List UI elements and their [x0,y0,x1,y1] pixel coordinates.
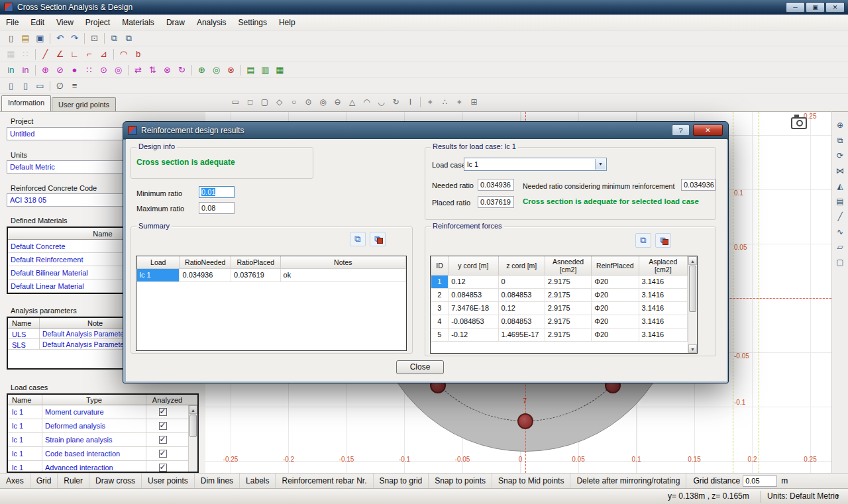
forces-scrollbar[interactable]: ▲ ▼ [688,256,697,353]
target-point-icon[interactable]: ⌖ [452,95,466,109]
scroll-thumb[interactable] [189,415,197,437]
export-report-icon[interactable]: ▦ [273,64,287,77]
clear-section-icon[interactable]: ∅ [53,79,67,93]
maximize-button[interactable]: ▣ [806,2,825,13]
redo-icon[interactable]: ↷ [68,32,81,45]
export-dxf-icon[interactable]: ▤ [244,64,258,77]
insert-node-icon[interactable]: in [4,64,18,77]
draw-ellipse-icon[interactable]: ⊖ [331,95,344,109]
move-points-icon[interactable]: ⊞ [467,95,481,109]
chevron-down-icon[interactable]: ▾ [836,493,839,499]
draw-bspline-icon[interactable]: b [131,48,145,61]
draw-circle-icon[interactable]: ○ [287,95,301,109]
load-cases-scrollbar[interactable]: ▲ ▼ [188,405,197,473]
load-case-row[interactable]: lc 1Advanced interaction [8,461,197,473]
draw-rectangle-icon[interactable]: ▭ [229,95,242,109]
rebar-multiple-icon[interactable]: ∷ [82,64,96,77]
tab-user-grid-points[interactable]: User grid points [52,97,116,111]
close-button[interactable]: ✕ [825,2,845,13]
load-case-row[interactable]: lc 1Deformed analysis [8,419,197,433]
add-points-icon[interactable]: ∴ [438,95,452,109]
menu-view[interactable]: View [50,15,80,30]
table-row[interactable]: 10.1202.9175Φ203.1416 [431,275,688,288]
chevron-down-icon[interactable]: ▼ [595,159,606,170]
load-case-row[interactable]: lc 1Strain plane analysis [8,433,197,447]
menu-help[interactable]: Help [273,15,301,30]
screen-icon[interactable]: ▢ [833,256,847,268]
load-case-dropdown[interactable]: lc 1 ▼ [464,158,607,171]
copy-forces-table-icon[interactable]: ⧉ [635,233,651,248]
open-file-icon[interactable]: ▤ [19,32,32,45]
draw-triangle-icon[interactable]: △ [345,95,359,109]
load-cases-header-analyzed[interactable]: Analyzed [146,395,188,405]
delete-icon[interactable]: ▤ [833,195,847,207]
needed-ratio-min-reinf-value[interactable]: 0.034936 [681,179,716,191]
rebar-rotate-icon[interactable]: ↻ [175,64,189,77]
save-icon[interactable]: ▣ [33,32,47,45]
analyzed-checkbox[interactable] [159,464,167,472]
draw-angle-icon[interactable]: ⊿ [97,48,111,61]
menu-draw[interactable]: Draw [160,15,191,30]
draw-polyline-icon[interactable]: ∠ [53,48,67,61]
table-row[interactable]: 37.3476E-180.122.9175Φ203.1416 [431,301,688,315]
menu-materials[interactable]: Materials [116,15,160,30]
menu-file[interactable]: File [0,15,25,30]
column-header[interactable]: Asneeded [cm2] [545,256,591,275]
draw-line-icon[interactable]: ╱ [38,48,52,61]
toggle-reinforcement-rebar-nr-[interactable]: Reinforcement rebar Nr. [276,474,373,488]
scroll-thumb[interactable] [689,266,696,312]
draw-arc-chord-icon[interactable]: ◡ [374,95,388,109]
minimize-button[interactable]: ─ [786,2,805,13]
draw-polygon-icon[interactable]: ◇ [272,95,286,109]
table-row[interactable]: 20.0848530.0848532.9175Φ203.1416 [431,288,688,301]
toggle-labels[interactable]: Labels [240,474,276,488]
copy-forces-table-with-headers-icon[interactable]: ⧉ [655,233,671,248]
grid-distance-input[interactable] [743,476,777,487]
pointer-select-icon[interactable]: ▦ [4,48,18,61]
minimum-ratio-input[interactable]: 0.01 [199,186,235,198]
toggle-ruler[interactable]: Ruler [58,474,89,488]
rebar-dot[interactable] [517,413,533,429]
menu-settings[interactable]: Settings [233,15,273,30]
load-case-row[interactable]: lc 1Moment curvature [8,405,197,419]
toggle-dim-lines[interactable]: Dim lines [195,474,240,488]
draw-arc-icon[interactable]: ◠ [360,95,374,109]
column-header[interactable]: Load [137,256,180,268]
column-header[interactable]: RatioPlaced [231,256,281,268]
rebar-single-icon[interactable]: ● [68,64,81,77]
refresh-icon[interactable]: ⟳ [833,149,847,162]
load-cases-header-type[interactable]: Type [42,395,146,405]
toggle-user-points[interactable]: User points [142,474,195,488]
report-icon[interactable]: ▯ [4,79,18,93]
menu-analysis[interactable]: Analysis [191,15,233,30]
draw-ibeam-icon[interactable]: Ι [403,95,417,109]
rebar-offset-icon[interactable]: ⇅ [146,64,160,77]
rebar-add-icon[interactable]: ⊕ [38,64,52,77]
mirror-horizontal-icon[interactable]: ⋈ [833,164,847,177]
rebar-group-delete-icon[interactable]: ⊗ [224,64,238,77]
add-point-icon[interactable]: ⌖ [423,95,437,109]
rebar-group-add-icon[interactable]: ⊕ [195,64,209,77]
print-icon[interactable]: ▭ [33,79,47,93]
undo-icon[interactable]: ↶ [53,32,67,45]
analyzed-checkbox[interactable] [159,422,167,430]
eraser-icon[interactable]: ▱ [833,240,847,253]
load-case-row[interactable]: lc 1Code based interaction [8,447,197,461]
dialog-close-action-button[interactable]: Close [396,360,444,374]
scroll-up-icon[interactable]: ▲ [189,405,197,414]
draw-line-icon[interactable]: ╱ [833,210,847,223]
region-select-icon[interactable]: ∷ [19,48,32,61]
draw-ring-icon[interactable]: ◎ [316,95,330,109]
toggle-axes[interactable]: Axes [0,474,30,488]
copy-icon[interactable]: ⧉ [107,32,121,45]
new-file-icon[interactable]: ▯ [4,32,18,45]
analysis-header-name[interactable]: Name [8,318,40,328]
draw-rounded-rect-icon[interactable]: ▢ [258,95,272,109]
list-icon[interactable]: ≡ [68,79,81,93]
column-header[interactable]: y cord [m] [449,256,498,275]
toggle-draw-cross[interactable]: Draw cross [89,474,142,488]
column-header[interactable]: RatioNeeded [180,256,231,268]
rebar-mirror-icon[interactable]: ⊗ [160,64,174,77]
dialog-title-bar[interactable]: Reinforcement design results [123,122,728,139]
analyzed-checkbox[interactable] [159,408,167,416]
